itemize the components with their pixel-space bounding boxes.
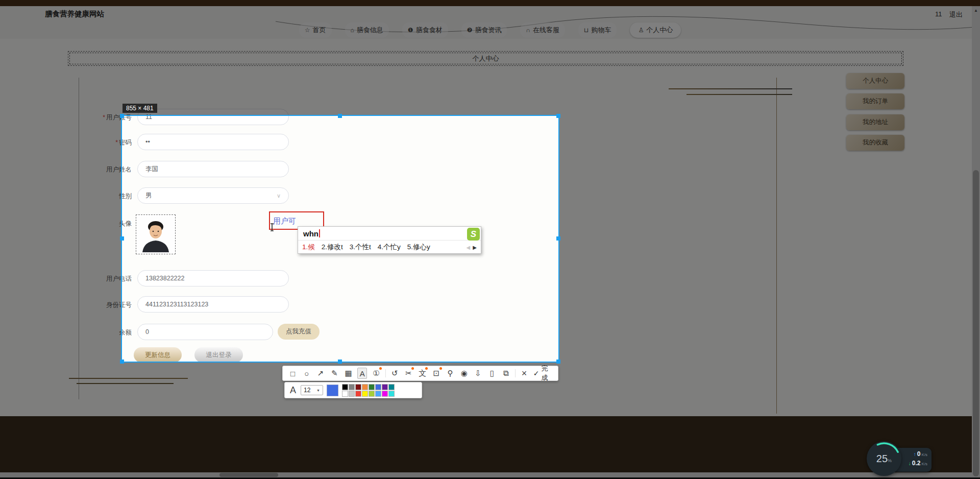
ime-caret: [319, 229, 320, 237]
upload-speed: 0: [917, 450, 921, 458]
dropdown-arrow-icon: ▼: [316, 389, 320, 392]
translate-icon[interactable]: 文: [418, 368, 427, 379]
new-feature-badge: [411, 367, 414, 370]
snip-dim-overlay: [0, 116, 122, 362]
snip-handle-w[interactable]: [120, 236, 124, 241]
step-number-tool-icon[interactable]: ①: [371, 368, 381, 379]
ime-composition: whn: [303, 229, 318, 238]
color-palette: [342, 384, 395, 397]
snip-handle-se[interactable]: [556, 360, 560, 364]
gauge-arc: [867, 441, 901, 476]
color-swatch[interactable]: [349, 391, 355, 397]
cancel-snip-icon[interactable]: ×: [520, 368, 529, 379]
snip-dim-overlay: [558, 116, 980, 362]
color-swatch[interactable]: [355, 391, 361, 397]
new-feature-badge: [379, 367, 382, 370]
download-icon[interactable]: ⇩: [473, 368, 483, 379]
snip-handle-e[interactable]: [556, 236, 560, 241]
color-swatch[interactable]: [369, 391, 375, 397]
snip-handle-nw[interactable]: [120, 114, 124, 118]
record-icon[interactable]: ◉: [459, 368, 469, 379]
pen-tool-icon[interactable]: ✎: [330, 368, 339, 379]
undo-icon[interactable]: ↺: [390, 368, 400, 379]
pin-icon[interactable]: ⚲: [446, 368, 455, 379]
snip-handle-n[interactable]: [338, 114, 342, 118]
ime-candidate[interactable]: 4.个忙y: [378, 243, 401, 252]
upload-unit: K/s: [921, 452, 927, 457]
toolbar-separator: [515, 369, 516, 377]
upload-arrow-icon: ↑: [914, 451, 916, 457]
ellipse-tool-icon[interactable]: ○: [302, 368, 311, 379]
new-feature-badge: [425, 367, 428, 370]
snip-handle-sw[interactable]: [120, 360, 124, 364]
color-swatch[interactable]: [342, 391, 348, 397]
percent-gauge: 25%: [867, 441, 901, 476]
snip-dim-overlay: [0, 0, 980, 116]
color-swatch[interactable]: [362, 391, 368, 397]
copy-to-clipboard-icon[interactable]: ⧉: [501, 368, 510, 379]
snip-handle-s[interactable]: [338, 360, 342, 364]
color-swatch[interactable]: [355, 384, 361, 390]
color-swatch[interactable]: [375, 384, 381, 390]
ime-candidate[interactable]: 5.修心y: [407, 243, 430, 252]
font-size-select[interactable]: 12 ▼: [301, 385, 323, 395]
rectangle-tool-icon[interactable]: □: [288, 368, 298, 379]
font-icon: A: [289, 385, 297, 396]
color-swatch[interactable]: [342, 384, 348, 390]
new-feature-badge: [439, 367, 442, 370]
ime-next-page-icon[interactable]: ▶: [473, 245, 477, 250]
ime-candidate[interactable]: 1.候: [302, 243, 315, 252]
snip-toolbar: □ ○ ↗ ✎ ▦ A ① ↺ ✂ 文 ⊡ ⚲ ◉ ⇩ ▯ ⧉ × ✓ 完成: [282, 366, 558, 381]
color-swatch[interactable]: [375, 391, 381, 397]
ime-candidate[interactable]: 2.修改t: [322, 243, 343, 252]
annotation-text: 用户可: [273, 217, 296, 225]
ime-candidates-row: 1.候 2.修改t 3.个性t 4.个忙y 5.修心y ◀ ▶: [298, 240, 481, 254]
snip-size-label: 855 × 481: [122, 104, 157, 113]
color-swatch[interactable]: [369, 384, 375, 390]
color-swatch[interactable]: [382, 391, 388, 397]
color-swatch[interactable]: [388, 391, 395, 397]
color-swatch[interactable]: [349, 384, 355, 390]
check-icon: ✓: [533, 369, 540, 377]
snip-handle-ne[interactable]: [556, 114, 560, 118]
send-to-phone-icon[interactable]: ▯: [487, 368, 497, 379]
ime-candidate[interactable]: 3.个性t: [350, 243, 371, 252]
ime-paging: ◀ ▶: [467, 245, 477, 250]
ime-logo: S: [467, 228, 480, 241]
download-unit: K/s: [921, 462, 927, 466]
text-cursor: [270, 223, 275, 232]
finish-snip-button[interactable]: ✓ 完成: [533, 364, 553, 382]
download-speed: 0.2: [912, 460, 921, 467]
screen: 膳食营养健康网站 11 退出 ☆ 首页 ⌂ 膳食信息 ❶ 膳食食材 ❷ 膳食资讯…: [0, 0, 980, 479]
snip-style-toolbar: A 12 ▼: [284, 382, 422, 398]
ime-prev-page-icon[interactable]: ◀: [467, 245, 471, 250]
current-color-swatch: [327, 385, 338, 396]
mosaic-tool-icon[interactable]: ▦: [344, 368, 353, 379]
color-swatch[interactable]: [382, 384, 388, 390]
color-swatch[interactable]: [362, 384, 368, 390]
ime-composition-row: whn: [298, 227, 481, 240]
color-swatch[interactable]: [388, 384, 395, 390]
download-arrow-icon: ↓: [909, 461, 911, 466]
cut-icon[interactable]: ✂: [404, 368, 413, 379]
toolbar-separator: [385, 369, 386, 377]
ime-popup: whn 1.候 2.修改t 3.个性t 4.个忙y 5.修心y ◀ ▶ S: [298, 226, 481, 254]
text-tool-icon[interactable]: A: [357, 368, 367, 379]
ocr-icon[interactable]: ⊡: [431, 368, 441, 379]
arrow-tool-icon[interactable]: ↗: [315, 368, 325, 379]
